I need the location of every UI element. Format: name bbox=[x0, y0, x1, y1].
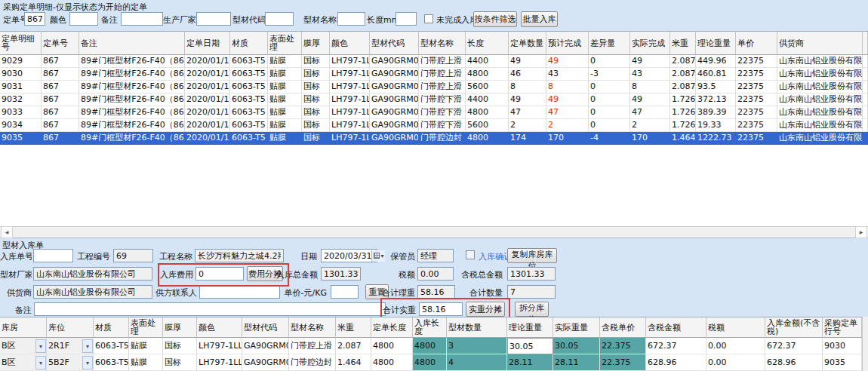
profile-code-filter-input[interactable] bbox=[265, 12, 294, 26]
column-header[interactable]: 差异量 bbox=[589, 32, 630, 55]
fee-input[interactable] bbox=[195, 267, 244, 281]
table-cell: 2 bbox=[509, 119, 546, 132]
column-header[interactable]: 定单日期 bbox=[185, 32, 230, 55]
table-cell: 0 bbox=[589, 106, 630, 119]
column-header[interactable]: 实际完成 bbox=[630, 32, 670, 55]
scroll-right-arrow-icon[interactable]: ▶ bbox=[855, 226, 867, 238]
column-header[interactable]: 预计完成 bbox=[546, 32, 589, 55]
unfinished-checkbox[interactable] bbox=[424, 14, 433, 23]
total-actual-weight-input[interactable] bbox=[419, 302, 463, 316]
column-header[interactable]: 膜厚 bbox=[163, 317, 197, 338]
column-header[interactable]: 米重 bbox=[336, 317, 371, 338]
order-row[interactable]: 903386789#门框型材F26-F40（866+867）2020/01/13… bbox=[0, 106, 868, 119]
table-cell: B区▾ bbox=[0, 354, 47, 371]
column-header[interactable]: 实际重量 bbox=[553, 317, 600, 338]
order-row[interactable]: 903286789#门框型材F26-F40（866+867）2020/01/13… bbox=[0, 94, 868, 106]
column-header[interactable]: 定单数量 bbox=[509, 32, 546, 55]
table-cell: 山东南山铝业股份有限公司 bbox=[777, 132, 863, 145]
table-cell: 贴膜 bbox=[129, 338, 163, 354]
order-row[interactable]: 903186789#门框型材F26-F40（866+867）2020/01/13… bbox=[0, 81, 868, 94]
order-no-filter-input[interactable] bbox=[24, 12, 45, 26]
column-header[interactable]: 入库金额(不含税) bbox=[765, 317, 823, 338]
calendar-dropdown-icon[interactable]: ▾ bbox=[371, 250, 385, 262]
vertical-scrollbar[interactable] bbox=[862, 317, 868, 371]
length-filter-input[interactable] bbox=[396, 12, 417, 26]
supplier-input[interactable] bbox=[33, 285, 152, 299]
split-location-button[interactable]: 拆分库位 bbox=[515, 302, 549, 317]
column-header[interactable]: 米重 bbox=[670, 32, 696, 55]
profile-name-filter-input[interactable] bbox=[337, 12, 365, 26]
table-cell: 22375 bbox=[736, 68, 777, 81]
column-header[interactable]: 颜色 bbox=[197, 317, 242, 338]
combo-arrow-icon[interactable]: ▾ bbox=[35, 339, 46, 353]
column-header[interactable]: 表面处理 bbox=[268, 32, 302, 55]
project-no-input[interactable] bbox=[113, 249, 153, 262]
color-filter-input[interactable] bbox=[69, 12, 98, 26]
column-header[interactable]: 长度 bbox=[466, 32, 509, 55]
inbound-no-input[interactable] bbox=[33, 249, 73, 262]
scroll-left-arrow-icon[interactable]: ◀ bbox=[1, 226, 13, 238]
column-header[interactable]: 库房 bbox=[0, 317, 47, 338]
order-row[interactable]: 903086789#门框型材F26-F40（866+867）2020/01/13… bbox=[0, 68, 868, 81]
column-header[interactable]: 型材名称 bbox=[289, 317, 336, 338]
remark-filter-input[interactable] bbox=[121, 12, 163, 26]
manufacturer-filter-input[interactable] bbox=[196, 12, 231, 26]
order-row[interactable]: 902986789#门框型材F26-F40（866+867）2020/01/13… bbox=[0, 55, 868, 68]
total-with-tax-input[interactable] bbox=[507, 267, 556, 281]
column-header[interactable]: 定单号 bbox=[42, 32, 79, 55]
column-header[interactable]: 表面处理 bbox=[129, 317, 163, 338]
combo-arrow-icon[interactable]: ▾ bbox=[82, 356, 93, 369]
contact-input[interactable] bbox=[199, 285, 280, 299]
column-header[interactable]: 定单长度 bbox=[371, 317, 413, 338]
column-header[interactable]: 定单明细号 bbox=[0, 32, 42, 55]
column-header[interactable]: 型材名称 bbox=[419, 32, 466, 55]
column-header[interactable]: 含税单价 bbox=[600, 317, 646, 338]
column-header[interactable]: 型材数量 bbox=[447, 317, 507, 338]
total-amount-input[interactable] bbox=[321, 267, 361, 281]
unit-price-input[interactable] bbox=[331, 285, 359, 299]
column-header[interactable]: 供货商 bbox=[777, 32, 863, 55]
remark-input[interactable] bbox=[34, 302, 386, 316]
column-header[interactable]: 入库长度 bbox=[413, 317, 447, 338]
combo-value: B区 bbox=[2, 338, 16, 354]
column-header[interactable] bbox=[863, 32, 868, 55]
horizontal-scrollbar[interactable] bbox=[0, 226, 868, 238]
manufacturer-input[interactable] bbox=[33, 267, 152, 281]
stock-row[interactable]: B区▾2R1F▾6063-T5贴膜国标LH797-1LL0GA90GRM03门带… bbox=[0, 338, 862, 354]
batch-inbound-button[interactable]: 批量入库 bbox=[521, 11, 558, 27]
table-header-row: 库房库位材质表面处理膜厚颜色型材代码型材名称米重定单长度入库长度型材数量理论重量… bbox=[0, 317, 862, 338]
order-row[interactable]: 903486789#门框型材F26-F40（866+867）2020/01/13… bbox=[0, 119, 868, 132]
filter-by-condition-button[interactable]: 按条件筛选 bbox=[473, 11, 517, 27]
column-header[interactable]: 理论重量 bbox=[696, 32, 736, 55]
project-name-input[interactable] bbox=[195, 249, 284, 262]
column-header[interactable]: 材质 bbox=[94, 317, 129, 338]
keeper-input[interactable] bbox=[417, 249, 454, 262]
combo-arrow-icon[interactable]: ▾ bbox=[35, 356, 46, 369]
column-header[interactable]: 采购定单行号 bbox=[823, 317, 862, 338]
table-cell: 30.05 bbox=[553, 338, 600, 354]
copy-location-button[interactable]: 复制库房库位 bbox=[507, 248, 557, 263]
combo-arrow-icon[interactable]: ▾ bbox=[82, 339, 93, 353]
column-header[interactable]: 含税金额 bbox=[646, 317, 706, 338]
column-header[interactable]: 型材代码 bbox=[370, 32, 419, 55]
date-field[interactable]: 2020/03/31 ▾ bbox=[321, 249, 377, 262]
order-row[interactable]: 903586789#门框型材F26-F40（866+867）2020/01/13… bbox=[0, 132, 868, 145]
total-theory-weight-input[interactable] bbox=[417, 285, 455, 299]
table-cell: 867 bbox=[42, 106, 79, 119]
column-header[interactable]: 膜厚 bbox=[302, 32, 330, 55]
stock-row[interactable]: B区▾5B2F▾6063-T5贴膜国标LH797-1LL0GA90GRM05门带… bbox=[0, 354, 862, 371]
column-header[interactable]: 型材代码 bbox=[242, 317, 289, 338]
column-header[interactable]: 备注 bbox=[79, 32, 185, 55]
weight-split-button[interactable]: 实重分摊 bbox=[466, 302, 505, 317]
total-qty-input[interactable] bbox=[507, 285, 556, 299]
column-header[interactable]: 单价 bbox=[736, 32, 777, 55]
column-header[interactable]: 颜色 bbox=[330, 32, 370, 55]
column-header[interactable]: 理论重量 bbox=[507, 317, 553, 338]
table-cell: 2.087 bbox=[670, 81, 696, 94]
tax-input[interactable] bbox=[417, 267, 454, 281]
table-cell: 国标 bbox=[163, 338, 197, 354]
inbound-confirm-checkbox[interactable] bbox=[466, 250, 475, 259]
column-header[interactable]: 材质 bbox=[230, 32, 268, 55]
column-header[interactable]: 税额 bbox=[706, 317, 765, 338]
column-header[interactable]: 库位 bbox=[47, 317, 94, 338]
